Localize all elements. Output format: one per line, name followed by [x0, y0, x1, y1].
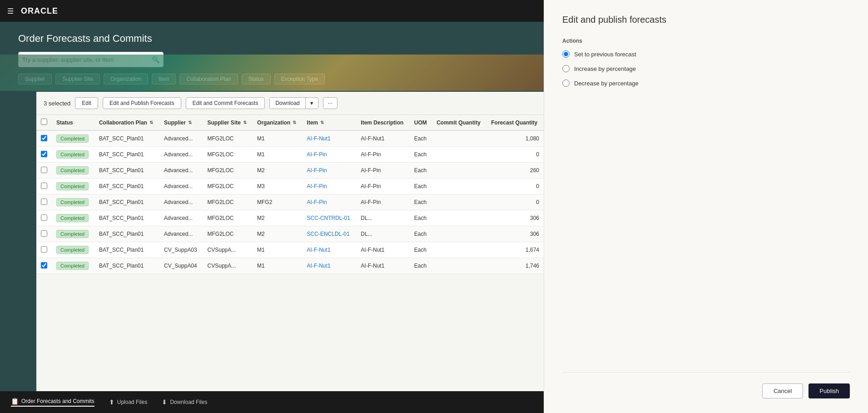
row-collab-plan: BAT_SCC_Plan01 — [94, 210, 159, 226]
hamburger-icon[interactable]: ☰ — [7, 7, 14, 15]
col-commit-qty: Commit Quantity — [432, 115, 486, 130]
item-link[interactable]: AI-F-Nut1 — [307, 247, 331, 253]
row-supplier-site: MFG2LOC — [203, 163, 253, 179]
row-checkbox-2[interactable] — [41, 167, 47, 173]
row-status: Completed — [52, 258, 94, 274]
row-checkbox-7[interactable] — [41, 246, 47, 253]
row-forecast-qty: 306 — [486, 210, 544, 226]
radio-decrease-pct[interactable] — [562, 80, 570, 87]
row-item-description: DL... — [356, 210, 409, 226]
row-commit-qty — [432, 194, 486, 210]
row-uom: Each — [410, 179, 432, 194]
item-link[interactable]: AI-F-Pin — [307, 183, 327, 189]
row-uom: Each — [410, 210, 432, 226]
item-link[interactable]: AI-F-Nut1 — [307, 135, 331, 142]
right-panel-title: Edit and publish forecasts — [562, 15, 850, 25]
row-organization: M3 — [253, 179, 303, 194]
select-all-header[interactable] — [36, 115, 52, 130]
radio-option-3[interactable]: Decrease by percentage — [562, 80, 850, 87]
row-item[interactable]: AI-F-Nut1 — [303, 242, 357, 258]
row-checkbox-cell[interactable] — [36, 163, 52, 179]
edit-button[interactable]: Edit — [75, 97, 98, 109]
row-item[interactable]: AI-F-Pin — [303, 194, 357, 210]
row-item-description: AI-F-Nut1 — [356, 258, 409, 274]
row-supplier-site: CVSuppA... — [203, 258, 253, 274]
item-link[interactable]: SCC-ENCLDL-01 — [307, 231, 350, 237]
row-status: Completed — [52, 163, 94, 179]
row-commit-qty — [432, 226, 486, 242]
status-badge: Completed — [56, 246, 89, 254]
row-item-description: DL... — [356, 226, 409, 242]
table-toolbar: 3 selected Edit Edit and Publish Forecas… — [36, 92, 544, 115]
row-checkbox-4[interactable] — [41, 199, 47, 205]
radio-option-2[interactable]: Increase by percentage — [562, 65, 850, 72]
radio-set-previous[interactable] — [562, 50, 570, 58]
row-checkbox-cell[interactable] — [36, 194, 52, 210]
row-checkbox-cell[interactable] — [36, 130, 52, 147]
cancel-button[interactable]: Cancel — [762, 383, 803, 398]
bottom-bar-upload[interactable]: ⬆ Upload Files — [109, 398, 148, 406]
item-link[interactable]: AI-F-Pin — [307, 199, 327, 205]
row-checkbox-8[interactable] — [41, 262, 47, 269]
row-commit-qty — [432, 179, 486, 194]
table-row: Completed BAT_SCC_Plan01 Advanced... MFG… — [36, 179, 544, 194]
row-item[interactable]: AI-F-Nut1 — [303, 258, 357, 274]
item-link[interactable]: AI-F-Nut1 — [307, 263, 331, 269]
row-item[interactable]: SCC-ENCLDL-01 — [303, 226, 357, 242]
col-supplier-site: Supplier Site ⇅ — [203, 115, 253, 130]
select-all-checkbox[interactable] — [41, 119, 47, 125]
status-badge: Completed — [56, 214, 89, 222]
row-uom: Each — [410, 194, 432, 210]
more-options-button[interactable]: ··· — [323, 97, 337, 109]
bottom-bar-download[interactable]: ⬇ Download Files — [162, 398, 207, 406]
right-panel: Edit and publish forecasts Actions Set t… — [544, 0, 868, 413]
row-checkbox-cell[interactable] — [36, 179, 52, 194]
row-supplier-site: MFG2LOC — [203, 130, 253, 147]
row-supplier-site: CVSuppA... — [203, 242, 253, 258]
row-checkbox-5[interactable] — [41, 214, 47, 221]
row-checkbox-6[interactable] — [41, 230, 47, 237]
bottom-bar: 📋 Order Forecasts and Commits ⬆ Upload F… — [0, 391, 544, 413]
row-forecast-qty: 0 — [486, 194, 544, 210]
main-panel: ☰ ORACLE Order Forecasts and Commits 🔍 S… — [0, 0, 544, 413]
download-dropdown-arrow[interactable]: ▼ — [306, 98, 318, 109]
row-checkbox-1[interactable] — [41, 151, 47, 157]
radio-option-1[interactable]: Set to previous forecast — [562, 50, 850, 58]
row-item[interactable]: AI-F-Pin — [303, 163, 357, 179]
radio-label-2: Increase by percentage — [574, 65, 636, 72]
edit-publish-button[interactable]: Edit and Publish Forecasts — [103, 97, 181, 109]
row-uom: Each — [410, 258, 432, 274]
row-item[interactable]: SCC-CNTRDL-01 — [303, 210, 357, 226]
item-link[interactable]: SCC-CNTRDL-01 — [307, 215, 350, 221]
publish-button[interactable]: Publish — [808, 383, 850, 398]
row-supplier-site: MFG2LOC — [203, 194, 253, 210]
edit-commit-button[interactable]: Edit and Commit Forecasts — [186, 97, 265, 109]
row-supplier: Advanced... — [159, 226, 203, 242]
row-checkbox-cell[interactable] — [36, 147, 52, 163]
row-item[interactable]: AI-F-Pin — [303, 147, 357, 163]
row-checkbox-0[interactable] — [41, 135, 47, 141]
item-link[interactable]: AI-F-Pin — [307, 151, 327, 158]
row-checkbox-cell[interactable] — [36, 242, 52, 258]
row-checkbox-3[interactable] — [41, 183, 47, 189]
col-uom: UOM — [410, 115, 432, 130]
row-checkbox-cell[interactable] — [36, 226, 52, 242]
row-forecast-qty: 306 — [486, 226, 544, 242]
item-link[interactable]: AI-F-Pin — [307, 167, 327, 174]
row-checkbox-cell[interactable] — [36, 210, 52, 226]
row-collab-plan: BAT_SCC_Plan01 — [94, 163, 159, 179]
download-button[interactable]: Download — [270, 98, 305, 109]
row-item[interactable]: AI-F-Pin — [303, 179, 357, 194]
status-badge: Completed — [56, 230, 89, 238]
table-row: Completed BAT_SCC_Plan01 Advanced... MFG… — [36, 147, 544, 163]
row-item-description: AI-F-Pin — [356, 163, 409, 179]
row-status: Completed — [52, 147, 94, 163]
status-badge: Completed — [56, 182, 89, 190]
radio-increase-pct[interactable] — [562, 65, 570, 72]
bottom-bar-forecasts-label: Order Forecasts and Commits — [21, 398, 94, 404]
col-organization: Organization ⇅ — [253, 115, 303, 130]
row-item[interactable]: AI-F-Nut1 — [303, 130, 357, 147]
row-checkbox-cell[interactable] — [36, 258, 52, 274]
bottom-bar-forecasts[interactable]: 📋 Order Forecasts and Commits — [11, 398, 94, 407]
bottom-bar-download-label: Download Files — [170, 399, 207, 405]
